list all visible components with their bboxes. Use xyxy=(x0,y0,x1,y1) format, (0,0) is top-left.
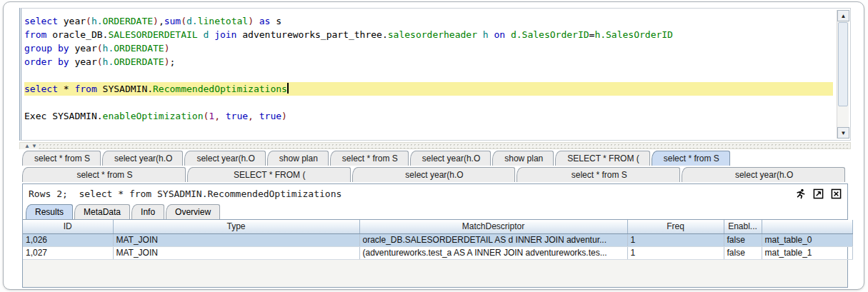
column-header[interactable]: Type xyxy=(113,220,359,233)
sql-token: * xyxy=(58,84,74,94)
sql-token: , xyxy=(248,111,254,121)
query-tab-r1-1[interactable]: select year(h.O xyxy=(102,151,183,166)
table-cell[interactable]: MAT_JOIN xyxy=(113,246,359,259)
sql-token: Exec SYSADMIN. xyxy=(24,111,103,121)
results-table: IDTypeMatchDescriptorFreqEnabl... 1,026M… xyxy=(23,220,853,260)
sql-token: 1 xyxy=(209,111,214,121)
table-cell[interactable]: 1 xyxy=(627,246,724,259)
sql-token: SALESORDERDETAIL xyxy=(108,29,197,40)
run-query-icon[interactable] xyxy=(794,188,806,199)
sql-token: h xyxy=(477,29,494,40)
query-tab-r1-2[interactable]: select year(h.O xyxy=(184,151,265,166)
table-cell[interactable]: false xyxy=(724,246,762,259)
column-header[interactable]: Freq xyxy=(627,220,724,233)
sql-token: , xyxy=(159,16,164,26)
results-tab-bar: ResultsMetaDataInfoOverview xyxy=(23,203,847,220)
scrollbar-thumb[interactable] xyxy=(838,22,848,106)
sql-token: true xyxy=(259,111,281,121)
table-cell[interactable]: 1,027 xyxy=(23,246,113,259)
sql-token: linetotal xyxy=(198,16,248,26)
query-tab-r1-6[interactable]: show plan xyxy=(492,151,554,166)
table-cell[interactable]: mat_table_0 xyxy=(762,233,852,246)
sql-code-line[interactable]: select year(h.ORDERDATE),sum(d.linetotal… xyxy=(24,14,833,28)
column-header[interactable]: MatchDescriptor xyxy=(359,220,627,233)
query-tab-r1-7[interactable]: SELECT * FROM ( xyxy=(555,151,649,166)
column-header[interactable] xyxy=(762,220,852,233)
column-header[interactable]: Enabl... xyxy=(724,220,762,233)
results-table-empty-area xyxy=(23,260,847,288)
sql-code-line[interactable]: from oracle_DB.SALESORDERDETAIL d join a… xyxy=(24,28,833,41)
table-cell[interactable]: mat_table_1 xyxy=(762,246,852,259)
results-tab-2[interactable]: Info xyxy=(131,204,164,219)
sql-token: ORDERDATE xyxy=(103,16,153,26)
sql-token: ORDERDATE xyxy=(114,43,164,54)
sql-code-line[interactable]: group by year(h.ORDERDATE) xyxy=(24,41,833,55)
sql-editor-panel: select year(h.ORDERDATE),sum(d.linetotal… xyxy=(19,8,851,141)
sql-token: SYSADMIN. xyxy=(97,84,153,94)
table-cell[interactable]: false xyxy=(724,233,762,246)
query-tab-r1-8[interactable]: select * from S xyxy=(652,151,730,166)
sql-token: , xyxy=(214,111,220,121)
table-cell[interactable]: 1,026 xyxy=(23,233,113,246)
sql-token: from xyxy=(74,84,96,94)
sql-token: ( xyxy=(97,43,103,54)
scroll-up-button[interactable]: ▲ xyxy=(837,10,849,21)
sql-token: select xyxy=(24,84,58,94)
query-tab-r1-0[interactable]: select * from S xyxy=(22,151,101,166)
sql-token: select xyxy=(24,16,58,26)
query-tab-row-2: select * from SSELECT * FROM (select yea… xyxy=(22,166,847,182)
query-tab-r2-1[interactable]: SELECT * FROM ( xyxy=(187,167,351,182)
editor-vertical-scrollbar[interactable]: ▲ ▼ xyxy=(837,10,849,139)
sql-code-line[interactable]: order by year(h.ORDERDATE); xyxy=(24,55,833,69)
scroll-down-button[interactable]: ▼ xyxy=(837,127,849,139)
sql-token: ORDERDATE xyxy=(114,56,164,67)
sql-token: ) xyxy=(164,43,170,54)
sql-token: RecommendedOptimizations xyxy=(153,84,287,94)
sql-client-window: select year(h.ORDERDATE),sum(d.linetotal… xyxy=(3,1,864,290)
results-tab-3[interactable]: Overview xyxy=(166,204,220,219)
sql-token: d xyxy=(198,29,214,40)
table-row[interactable]: 1,027MAT_JOIN(adventureworks.test_a AS A… xyxy=(23,246,852,259)
sql-token: h. xyxy=(103,56,114,67)
results-tab-1[interactable]: MetaData xyxy=(74,204,130,219)
query-tab-r1-3[interactable]: show plan xyxy=(267,151,329,166)
sql-token: oracle_DB. xyxy=(46,29,108,40)
sql-token: d. xyxy=(186,16,198,26)
detach-window-icon[interactable] xyxy=(812,188,824,199)
sql-token: year xyxy=(69,56,97,67)
sql-token: from xyxy=(24,29,46,40)
query-tab-r1-5[interactable]: select year(h.O xyxy=(410,151,491,166)
sql-token: ( xyxy=(86,16,91,26)
query-tab-r2-0[interactable]: select * from S xyxy=(22,167,186,182)
sql-token: year xyxy=(58,16,86,26)
sql-token: ( xyxy=(97,56,103,67)
results-toolbar xyxy=(794,188,842,199)
column-header[interactable]: ID xyxy=(23,220,113,233)
sql-token: s xyxy=(270,16,281,26)
close-panel-icon[interactable] xyxy=(830,188,842,199)
sql-code-line[interactable]: Exec SYSADMIN.enableOptimization(1, true… xyxy=(24,109,833,123)
table-cell[interactable]: 1 xyxy=(627,233,724,246)
results-panel: Rows 2; select * from SYSADMIN.Recommend… xyxy=(22,183,848,288)
splitter-collapse-icon[interactable]: ▲▼ xyxy=(20,143,39,149)
query-tab-r2-3[interactable]: select * from S xyxy=(517,167,680,182)
table-row[interactable]: 1,026MAT_JOINoracle_DB.SALESORDERDETAIL … xyxy=(23,233,852,246)
sql-token: year xyxy=(69,43,97,54)
table-cell[interactable]: MAT_JOIN xyxy=(113,233,359,246)
query-tab-r2-2[interactable]: select year(h.O xyxy=(352,167,516,182)
sql-token: as xyxy=(259,16,271,26)
query-tab-r1-4[interactable]: select * from S xyxy=(330,151,409,166)
results-tab-0[interactable]: Results xyxy=(26,204,73,219)
sql-token xyxy=(254,16,259,26)
sql-code-line[interactable] xyxy=(24,69,833,82)
sql-token: ) xyxy=(153,16,159,26)
query-tab-r2-4[interactable]: select year(h.O xyxy=(682,167,845,182)
sql-editor[interactable]: select year(h.ORDERDATE),sum(d.linetotal… xyxy=(24,14,833,139)
sql-token: salesorderheader xyxy=(388,29,477,40)
sql-token: h.SalesOrderID xyxy=(594,29,673,40)
sql-code-line[interactable] xyxy=(24,96,833,109)
sql-code-line[interactable]: select * from SYSADMIN.RecommendedOptimi… xyxy=(24,82,833,96)
table-cell[interactable]: oracle_DB.SALESORDERDETAIL AS d INNER JO… xyxy=(359,233,627,246)
table-cell[interactable]: (adventureworks.test_a AS A INNER JOIN a… xyxy=(359,246,627,259)
split-pane-divider[interactable]: ▲▼ xyxy=(19,142,851,149)
